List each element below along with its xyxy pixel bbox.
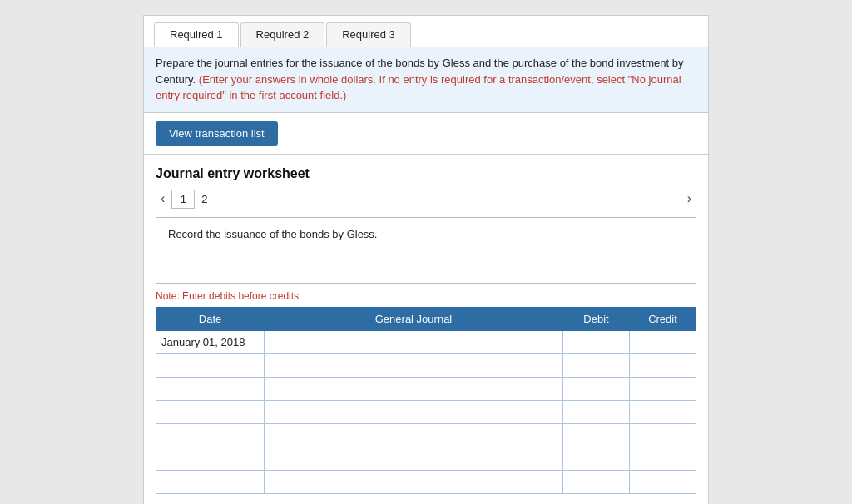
debit-cell[interactable] (563, 353, 630, 377)
table-row (156, 470, 696, 493)
date-cell (156, 447, 265, 470)
current-page-box: 1 (171, 190, 195, 209)
gj-cell[interactable] (265, 377, 563, 400)
credit-cell[interactable] (630, 400, 696, 423)
instructions-box: Prepare the journal entries for the issu… (143, 47, 709, 113)
credit-cell[interactable] (630, 470, 696, 493)
tabs-container: Required 1 Required 2 Required 3 (143, 15, 709, 47)
view-btn-area: View transaction list (143, 113, 709, 154)
journal-table: Date General Journal Debit Credit Januar… (156, 307, 696, 494)
debit-input[interactable] (563, 331, 629, 353)
credit-input[interactable] (630, 331, 696, 353)
debit-cell[interactable] (563, 330, 630, 353)
gj-input[interactable] (265, 424, 562, 447)
credit-cell[interactable] (630, 353, 696, 377)
total-pages: 2 (196, 190, 212, 208)
tab-required3[interactable]: Required 3 (326, 22, 411, 47)
credit-input[interactable] (630, 471, 696, 493)
debit-input[interactable] (563, 354, 629, 377)
table-row (156, 400, 696, 423)
col-header-gj: General Journal (265, 307, 563, 330)
prev-arrow-icon[interactable]: ‹ (156, 190, 170, 208)
gj-input[interactable] (265, 471, 562, 493)
note-text: Note: Enter debits before credits. (156, 290, 696, 302)
tab-required2[interactable]: Required 2 (240, 22, 325, 47)
instructions-highlight: (Enter your answers in whole dollars. If… (156, 73, 681, 102)
gj-cell[interactable] (265, 470, 563, 493)
debit-input[interactable] (563, 424, 629, 447)
gj-cell[interactable] (265, 353, 563, 377)
debit-input[interactable] (563, 471, 629, 493)
worksheet-outer: Journal entry worksheet ‹ 1 2 › Record t… (143, 154, 709, 505)
table-row (156, 353, 696, 377)
credit-input[interactable] (630, 447, 696, 470)
col-header-debit: Debit (563, 307, 630, 330)
debit-input[interactable] (563, 378, 629, 400)
debit-cell[interactable] (563, 470, 630, 493)
debit-input[interactable] (563, 447, 629, 470)
credit-cell[interactable] (630, 377, 696, 400)
credit-input[interactable] (630, 378, 696, 400)
col-header-credit: Credit (630, 307, 696, 330)
debit-input[interactable] (563, 401, 629, 423)
date-cell (156, 377, 265, 400)
debit-cell[interactable] (563, 377, 630, 400)
tab-required1[interactable]: Required 1 (154, 22, 239, 47)
date-cell (156, 353, 265, 377)
debit-cell[interactable] (563, 400, 630, 423)
next-arrow-icon[interactable]: › (682, 190, 696, 208)
debit-cell[interactable] (563, 423, 630, 447)
gj-input[interactable] (265, 378, 562, 400)
description-box: Record the issuance of the bonds by Gles… (156, 217, 696, 284)
worksheet-title: Journal entry worksheet (156, 166, 696, 181)
gj-cell[interactable] (265, 447, 563, 470)
credit-input[interactable] (630, 424, 696, 447)
date-cell (156, 423, 265, 447)
table-row (156, 423, 696, 447)
credit-cell[interactable] (630, 447, 696, 470)
credit-input[interactable] (630, 354, 696, 377)
gj-input[interactable] (265, 447, 562, 470)
credit-input[interactable] (630, 401, 696, 423)
table-row (156, 377, 696, 400)
view-transaction-button[interactable]: View transaction list (156, 121, 278, 146)
gj-input[interactable] (265, 331, 562, 353)
date-cell: January 01, 2018 (156, 330, 265, 353)
credit-cell[interactable] (630, 423, 696, 447)
date-cell (156, 470, 265, 493)
date-cell (156, 400, 265, 423)
credit-cell[interactable] (630, 330, 696, 353)
col-header-date: Date (156, 307, 265, 330)
gj-cell[interactable] (265, 400, 563, 423)
table-row: January 01, 2018 (156, 330, 696, 353)
gj-cell[interactable] (265, 423, 563, 447)
description-text: Record the issuance of the bonds by Gles… (168, 228, 377, 240)
debit-cell[interactable] (563, 447, 630, 470)
gj-cell[interactable] (265, 330, 563, 353)
gj-input[interactable] (265, 401, 562, 423)
nav-row: ‹ 1 2 › (156, 190, 696, 209)
gj-input[interactable] (265, 354, 562, 377)
table-row (156, 447, 696, 470)
